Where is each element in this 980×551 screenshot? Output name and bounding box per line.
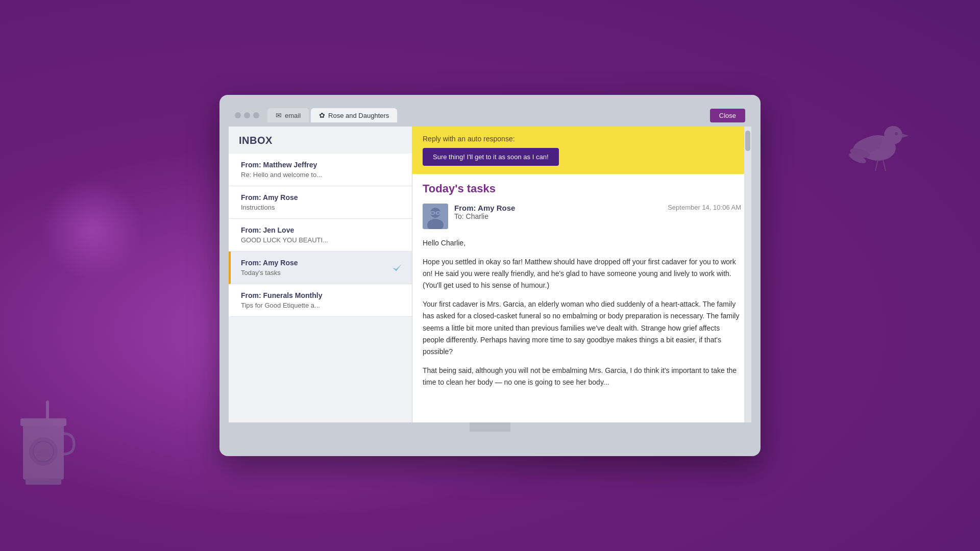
email-sender-name: From: Amy Rose xyxy=(454,204,662,212)
svg-rect-11 xyxy=(26,479,61,485)
email-paragraph-3: That being said, although you will not b… xyxy=(423,365,741,388)
titlebar: ✉ email ✿ Rose and Daughters Close xyxy=(229,104,751,127)
tab-rose-and-daughters[interactable]: ✿ Rose and Daughters xyxy=(311,108,397,122)
traffic-lights xyxy=(235,112,259,118)
traffic-light-close[interactable] xyxy=(235,112,241,118)
svg-rect-15 xyxy=(46,400,49,421)
scrollbar-thumb[interactable] xyxy=(745,131,750,151)
avatar-image xyxy=(423,204,448,229)
email-item-2[interactable]: From: Jen Love GOOD LUCK YOU BEAUTI... xyxy=(229,219,412,252)
app-content: INBOX From: Matthew Jeffrey Re: Hello an… xyxy=(229,127,751,422)
email-recipient: To: Charlie xyxy=(454,212,662,220)
email-meta: From: Amy Rose To: Charlie September 14,… xyxy=(423,204,741,229)
email-body-title: Today's tasks xyxy=(423,182,741,195)
email-body[interactable]: Today's tasks xyxy=(412,174,751,422)
svg-line-8 xyxy=(883,160,886,171)
email-item-4[interactable]: From: Funerals Monthly Tips for Good Eti… xyxy=(229,284,412,317)
email-subject-1: Instructions xyxy=(241,204,402,211)
email-item-0[interactable]: From: Matthew Jeffrey Re: Hello and welc… xyxy=(229,154,412,186)
svg-point-6 xyxy=(895,132,898,135)
email-paragraph-1: Hope you settled in okay so far! Matthew… xyxy=(423,256,741,291)
email-from-0: From: Matthew Jeffrey xyxy=(241,161,402,169)
stand-dot xyxy=(484,435,496,447)
auto-response-banner: Reply with an auto response: Sure thing!… xyxy=(412,127,751,174)
inbox-title: INBOX xyxy=(229,135,412,154)
decorative-coffee-cup xyxy=(10,398,77,500)
email-from-4: From: Funerals Monthly xyxy=(241,291,402,299)
traffic-light-maximize[interactable] xyxy=(253,112,259,118)
svg-marker-2 xyxy=(902,134,909,138)
sidebar: INBOX From: Matthew Jeffrey Re: Hello an… xyxy=(229,127,412,422)
monitor: ✉ email ✿ Rose and Daughters Close INBOX… xyxy=(219,95,761,456)
email-paragraph-2: Your first cadaver is Mrs. Garcia, an el… xyxy=(423,298,741,357)
email-greeting: Hello Charlie, xyxy=(423,237,741,249)
main-content: Reply with an auto response: Sure thing!… xyxy=(412,127,751,422)
email-item-1[interactable]: From: Amy Rose Instructions xyxy=(229,186,412,219)
tab-email-label: email xyxy=(285,112,301,119)
email-timestamp: September 14, 10:06 AM xyxy=(668,204,741,211)
stand-neck xyxy=(470,422,510,432)
traffic-light-minimize[interactable] xyxy=(244,112,250,118)
email-tab-icon: ✉ xyxy=(276,111,282,119)
svg-point-1 xyxy=(884,126,902,144)
svg-rect-10 xyxy=(20,418,66,426)
email-from-3: From: Amy Rose xyxy=(241,259,402,267)
email-from-1: From: Amy Rose xyxy=(241,193,402,202)
tab-rose-label: Rose and Daughters xyxy=(328,112,389,119)
monitor-stand xyxy=(229,422,751,447)
bg-glow xyxy=(41,179,143,281)
decorative-bird xyxy=(827,92,929,184)
auto-response-button[interactable]: Sure thing! I'll get to it as soon as I … xyxy=(423,148,559,166)
email-subject-4: Tips for Good Etiquette a... xyxy=(241,302,402,309)
scrollbar-track xyxy=(744,127,751,422)
close-button[interactable]: Close xyxy=(710,109,745,122)
email-meta-info: From: Amy Rose To: Charlie xyxy=(454,204,662,220)
email-subject-3: Today's tasks xyxy=(241,269,402,277)
svg-line-7 xyxy=(875,160,878,171)
tab-email[interactable]: ✉ email xyxy=(267,108,309,122)
email-item-3[interactable]: From: Amy Rose Today's tasks xyxy=(229,252,412,284)
auto-response-label: Reply with an auto response: xyxy=(423,135,741,143)
email-text-body: Hello Charlie, Hope you settled in okay … xyxy=(423,237,741,388)
email-subject-0: Re: Hello and welcome to... xyxy=(241,171,402,179)
avatar xyxy=(423,204,448,229)
rose-tab-icon: ✿ xyxy=(319,111,325,119)
email-from-2: From: Jen Love xyxy=(241,226,402,234)
email-subject-2: GOOD LUCK YOU BEAUTI... xyxy=(241,236,402,244)
